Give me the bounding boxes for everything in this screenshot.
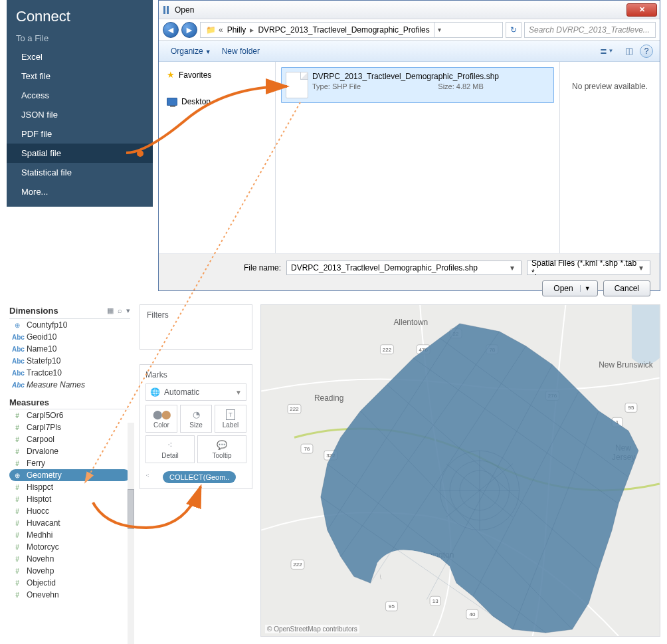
map-view[interactable]: Allentown Reading Wilmington New Brunswi… [260, 304, 660, 637]
view-options-button[interactable]: ≣ ▼ [596, 44, 617, 58]
dimension-item[interactable]: AbcTractce10 [9, 367, 130, 379]
connect-item-textfile[interactable]: Text file [7, 66, 153, 86]
dimension-item[interactable]: AbcGeoid10 [9, 331, 130, 343]
measure-item[interactable]: #Carpool [9, 433, 130, 445]
measure-item[interactable]: #Hisppct [9, 481, 130, 493]
filetype-dropdown[interactable]: Spatial Files (*.kml *.shp *.tab *.▾ [527, 261, 650, 275]
close-button[interactable]: ✕ [626, 3, 657, 17]
help-button[interactable]: ? [640, 45, 653, 58]
file-meta-row: Type: SHP File Size: 4.82 MB [312, 82, 499, 90]
breadcrumb-seg-2[interactable]: DVRPC_2013_Tractlevel_Demographic_Profil… [254, 25, 433, 35]
measure-item[interactable]: #Carpl7Pls [9, 421, 130, 433]
file-list: DVRPC_2013_Tractlevel_Demographic_Profil… [276, 62, 560, 253]
measure-item[interactable]: #Ferry [9, 457, 130, 469]
preview-pane: No preview available. [560, 62, 660, 253]
measure-geometry-pill[interactable]: ⊕Geometry [9, 469, 130, 481]
svg-text:76: 76 [304, 446, 310, 452]
marks-card: Marks 🌐 Automatic ▼ ⬤⬤Color ◔Size TLabel… [140, 364, 252, 489]
measure-item[interactable]: #Novehp [9, 565, 130, 577]
file-icon [286, 72, 308, 98]
measure-item[interactable]: #Drvalone [9, 445, 130, 457]
marks-detail[interactable]: ⁖Detail [145, 435, 195, 463]
svg-text:95: 95 [628, 405, 634, 411]
measure-item[interactable]: #Novehn [9, 553, 130, 565]
marks-color[interactable]: ⬤⬤Color [145, 405, 177, 433]
marks-type-dropdown[interactable]: 🌐 Automatic ▼ [145, 383, 246, 401]
hash-icon: # [12, 436, 23, 443]
measure-item[interactable]: #Huocc [9, 505, 130, 517]
forward-button[interactable]: ► [181, 22, 197, 38]
globe-icon: 🌐 [150, 387, 160, 397]
hash-icon: # [12, 484, 23, 491]
svg-text:13: 13 [432, 598, 438, 604]
marks-tooltip[interactable]: 💬Tooltip [197, 435, 246, 463]
connect-title: Connect [7, 0, 153, 31]
hash-icon: # [12, 532, 23, 539]
connect-item-excel[interactable]: Excel [7, 47, 153, 66]
abc-icon: Abc [12, 358, 23, 365]
dimension-item[interactable]: AbcName10 [9, 343, 130, 355]
dimension-item[interactable]: AbcMeasure Names [9, 379, 130, 391]
city-allentown: Allentown [393, 318, 428, 327]
hash-icon: # [12, 520, 23, 527]
breadcrumb-dropdown[interactable]: ▾ [434, 23, 444, 37]
marks-size[interactable]: ◔Size [180, 405, 212, 433]
connect-item-json[interactable]: JSON file [7, 105, 153, 124]
data-panel: Dimensions ▦ ⌕ ▾ ⊕Countyfp10AbcGeoid10Ab… [9, 303, 130, 601]
hash-icon: # [12, 448, 23, 455]
marks-label[interactable]: TLabel [215, 405, 246, 433]
organize-button[interactable]: Organize▼ [165, 47, 217, 56]
refresh-button[interactable]: ↻ [506, 22, 522, 38]
svg-text:222: 222 [293, 562, 302, 568]
measure-item[interactable]: #Onevehn [9, 589, 130, 601]
view-icon[interactable]: ▦ [107, 306, 114, 315]
dimension-item[interactable]: AbcStatefp10 [9, 355, 130, 367]
hash-icon: # [12, 508, 23, 515]
preview-pane-button[interactable]: ◫ [619, 44, 640, 58]
connect-item-access[interactable]: Access [7, 86, 153, 105]
file-row-selected[interactable]: DVRPC_2013_Tractlevel_Demographic_Profil… [281, 67, 554, 103]
measure-item[interactable]: #Motorcyc [9, 541, 130, 553]
label-icon: T [226, 409, 235, 420]
collect-geometry-pill[interactable]: COLLECT(Geom.. [163, 471, 236, 483]
search-input[interactable]: Search DVRPC_2013_Tractleve... [524, 22, 656, 38]
measure-item[interactable]: #Medhhi [9, 529, 130, 541]
connect-item-spatial[interactable]: Spatial file [7, 144, 153, 163]
menu-icon[interactable]: ▾ [126, 306, 130, 315]
size-icon: ◔ [193, 409, 200, 420]
desktop-item[interactable]: Desktop [163, 94, 271, 109]
measure-item[interactable]: #Hisptot [9, 493, 130, 505]
abc-icon: Abc [12, 346, 23, 353]
hash-icon: # [12, 580, 23, 587]
measure-item[interactable]: #Huvacant [9, 517, 130, 529]
scrollbar-thumb[interactable] [128, 489, 134, 529]
filters-card[interactable]: Filters [140, 304, 252, 350]
app-icon [161, 5, 172, 15]
open-dialog: Open ✕ ◄ ► 📁 « Philly ▸ DVRPC_2013_Tract… [158, 0, 660, 291]
open-button[interactable]: Open▼ [542, 280, 597, 296]
navigation-row: ◄ ► 📁 « Philly ▸ DVRPC_2013_Tractlevel_D… [159, 19, 660, 41]
scrollbar[interactable] [128, 423, 134, 644]
dimension-item[interactable]: ⊕Countyfp10 [9, 319, 130, 331]
filters-title: Filters [147, 310, 169, 320]
measure-item[interactable]: #Carpl5Or6 [9, 409, 130, 421]
breadcrumb[interactable]: 📁 « Philly ▸ DVRPC_2013_Tractlevel_Demog… [200, 22, 503, 38]
connect-item-statistical[interactable]: Statistical file [7, 163, 153, 182]
globe-icon: ⊕ [12, 322, 23, 329]
cancel-button[interactable]: Cancel [603, 280, 650, 296]
hash-icon: # [12, 591, 23, 599]
hash-icon: # [12, 556, 23, 563]
abc-icon: Abc [12, 381, 23, 389]
connect-item-more[interactable]: More... [7, 182, 153, 201]
filename-input[interactable]: DVRPC_2013_Tractlevel_Demographic_Profil… [286, 261, 522, 275]
dialog-sidepanel: ★Favorites Desktop [159, 62, 276, 253]
newfolder-button[interactable]: New folder [217, 47, 265, 56]
breadcrumb-seg-1[interactable]: Philly [223, 25, 250, 35]
globe-icon: ⊕ [12, 472, 23, 479]
connect-subtitle: To a File [7, 31, 153, 47]
measure-item[interactable]: #Objectid [9, 577, 130, 589]
connect-item-pdf[interactable]: PDF file [7, 124, 153, 144]
back-button[interactable]: ◄ [163, 22, 179, 38]
search-icon[interactable]: ⌕ [118, 306, 122, 315]
favorites-section[interactable]: ★Favorites [163, 67, 271, 82]
